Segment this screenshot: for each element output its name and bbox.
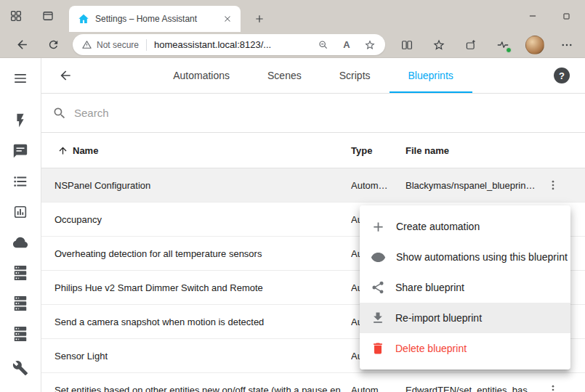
favorites-star-icon: [432, 38, 445, 52]
sidebar-item-messages[interactable]: [5, 136, 36, 166]
security-chip[interactable]: Not secure: [81, 39, 139, 50]
menu-item-delete-blueprint[interactable]: Delete blueprint: [360, 333, 570, 364]
url-actions: A: [314, 36, 379, 54]
sidebar-item-addon-3[interactable]: [5, 319, 36, 349]
table-header: Name Type File name: [41, 133, 585, 168]
menu-icon: [12, 70, 28, 86]
column-header-file[interactable]: File name: [406, 145, 536, 156]
help-icon[interactable]: ?: [554, 68, 570, 83]
menu-item-create-automation[interactable]: Create automation: [360, 211, 570, 242]
plus-icon: [371, 219, 386, 234]
row-file: EdwardTEN/set_entities_bas…: [406, 385, 536, 392]
share-icon: [371, 280, 385, 295]
tab-scripts[interactable]: Scripts: [320, 58, 390, 93]
chart-box-icon: [12, 204, 28, 220]
workspaces-icon: [9, 9, 23, 23]
table-row[interactable]: Set entities based on other entities new…: [41, 373, 585, 392]
tab-close-icon[interactable]: [220, 12, 235, 26]
security-label: Not secure: [97, 40, 139, 50]
row-menu-button[interactable]: [538, 171, 568, 200]
menu-item-label: Show automations using this blueprint: [396, 251, 568, 263]
sidebar-menu-button[interactable]: [3, 61, 38, 96]
search-input[interactable]: Search: [41, 94, 585, 133]
url-text[interactable]: homeassistant.local:8123/...: [154, 39, 271, 50]
favorites-icon[interactable]: [428, 34, 450, 56]
arrow-left-icon: [58, 68, 73, 83]
menu-item-label: Share blueprint: [395, 282, 464, 293]
sidebar-item-history[interactable]: [5, 197, 36, 227]
menu-item-reimport-blueprint[interactable]: Re-import blueprint: [360, 303, 570, 333]
collections-icon[interactable]: [460, 34, 482, 56]
page-header: Automations Scenes Scripts Blueprints ?: [41, 58, 585, 94]
nav-tabs: Automations Scenes Scripts Blueprints: [41, 58, 585, 93]
split-screen-icon[interactable]: [396, 34, 418, 56]
menu-item-show-automations[interactable]: Show automations using this blueprint: [360, 242, 570, 272]
server-icon: [12, 265, 28, 281]
browser-tab[interactable]: Settings – Home Assistant: [69, 6, 241, 32]
cloud-icon: [12, 234, 28, 250]
sidebar-item-addon-2[interactable]: [5, 288, 36, 319]
minimize-button[interactable]: [516, 0, 549, 32]
server-icon: [12, 295, 28, 311]
row-name: Philips Hue v2 Smart Dimmer Switch and R…: [41, 282, 351, 293]
flash-icon: [12, 113, 28, 128]
maximize-button[interactable]: [549, 0, 583, 32]
workspaces-icon[interactable]: [6, 6, 26, 26]
browser-back-button[interactable]: [12, 35, 32, 55]
read-aloud-icon[interactable]: A: [337, 36, 356, 54]
maximize-icon: [562, 12, 571, 21]
sidebar-item-energy[interactable]: [5, 105, 36, 136]
tab-actions-icon[interactable]: [38, 6, 58, 26]
toolbar-right: [396, 34, 578, 56]
search-icon: [52, 106, 67, 121]
more-menu-icon[interactable]: [556, 34, 578, 56]
menu-item-label: Create automation: [396, 221, 480, 232]
row-name: Sensor Light: [41, 351, 351, 362]
profile-avatar[interactable]: [524, 34, 546, 56]
star-icon: [364, 39, 376, 51]
row-menu-button[interactable]: [538, 375, 568, 392]
address-bar[interactable]: Not secure homeassistant.local:8123/... …: [73, 34, 385, 55]
wrench-icon: [12, 360, 28, 376]
favorite-star-icon[interactable]: [360, 36, 379, 54]
ha-back-button[interactable]: [55, 65, 76, 86]
column-header-name[interactable]: Name: [41, 145, 351, 156]
avatar: [525, 36, 544, 54]
menu-item-label: Re-import blueprint: [395, 312, 482, 324]
message-icon: [12, 143, 28, 159]
read-aloud-glyph: A: [343, 39, 350, 50]
sidebar-item-cloud[interactable]: [5, 227, 36, 258]
server-icon: [12, 326, 28, 342]
new-tab-button[interactable]: [250, 9, 269, 28]
dots-vertical-icon: [546, 383, 560, 392]
menu-item-label: Delete blueprint: [395, 343, 467, 354]
browser-titlebar: Settings – Home Assistant: [0, 0, 585, 32]
context-menu: Create automation Show automations using…: [360, 205, 570, 369]
sidebar-item-addon-1[interactable]: [5, 258, 36, 288]
sidebar-items: [5, 105, 36, 383]
status-badge-green: [506, 47, 512, 53]
refresh-button[interactable]: [43, 35, 63, 55]
row-file: Blackymas/nspanel_blueprin…: [406, 180, 536, 191]
row-name: NSPanel Configuration: [41, 180, 351, 191]
browser-toolbar: Not secure homeassistant.local:8123/... …: [0, 32, 585, 58]
zoom-out-icon[interactable]: [314, 36, 333, 54]
row-name: Occupancy: [41, 214, 351, 225]
tab-title: Settings – Home Assistant: [95, 14, 214, 24]
column-header-type[interactable]: Type: [351, 145, 406, 156]
browser-essentials-icon[interactable]: [492, 34, 514, 56]
warning-icon: [81, 39, 92, 50]
window-controls: [516, 0, 583, 32]
tab-scenes[interactable]: Scenes: [249, 58, 320, 93]
close-icon: [222, 14, 233, 24]
menu-item-share-blueprint[interactable]: Share blueprint: [360, 272, 570, 303]
trash-icon: [371, 341, 385, 356]
minimize-icon: [528, 11, 538, 21]
tab-blueprints[interactable]: Blueprints: [390, 58, 472, 93]
refresh-icon: [47, 38, 60, 51]
split-screen-icon: [400, 38, 413, 52]
tab-automations[interactable]: Automations: [154, 58, 249, 93]
table-row[interactable]: NSPanel Configuration Autom… Blackymas/n…: [41, 168, 585, 203]
sidebar-item-logbook[interactable]: [5, 166, 36, 197]
sidebar-item-developer-tools[interactable]: [5, 353, 36, 383]
